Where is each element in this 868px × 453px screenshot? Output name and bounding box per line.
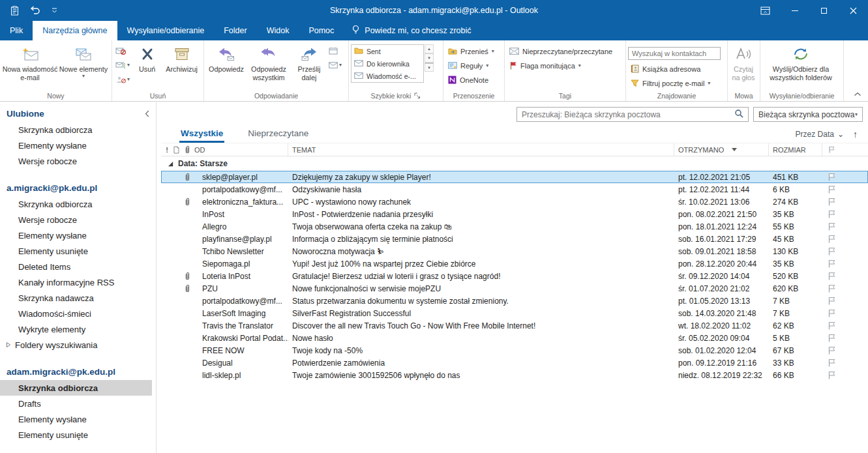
flag-icon[interactable] bbox=[822, 307, 841, 319]
more-respond-button[interactable]: ▾ bbox=[327, 59, 343, 72]
quick-steps-more-button[interactable]: ▾ bbox=[425, 63, 434, 72]
flag-icon[interactable] bbox=[822, 369, 841, 381]
group-header[interactable]: Data: Starsze bbox=[157, 156, 868, 171]
quick-steps-scroll-up-button[interactable]: ▴ bbox=[425, 44, 434, 53]
maximize-button[interactable] bbox=[809, 0, 839, 21]
folder-item[interactable]: Skrzynka odbiorcza bbox=[0, 196, 156, 212]
search-scope-dropdown[interactable]: Bieżąca skrzynka pocztowa ▾ bbox=[753, 107, 863, 122]
folder-item[interactable]: Drafts bbox=[0, 396, 156, 411]
mail-row[interactable]: portalpodatkowy@mf...Odzyskiwanie hasłap… bbox=[161, 183, 868, 196]
folder-item[interactable]: Kanały informacyjne RSS bbox=[0, 274, 156, 290]
mail-row[interactable]: playfinanse@play.plInformacja o zbliżają… bbox=[161, 233, 868, 245]
contacts-search-input[interactable]: Wyszukaj w kontaktach bbox=[628, 47, 721, 60]
search-input[interactable]: Przeszukaj: Bieżąca skrzynka pocztowa bbox=[516, 107, 749, 122]
dialog-launcher-icon[interactable] bbox=[414, 93, 421, 99]
flag-icon[interactable] bbox=[822, 270, 841, 282]
mail-row[interactable]: PZUNowe funkcjonalności w serwisie mojeP… bbox=[161, 282, 868, 295]
mail-row[interactable]: Tchibo NewsletterNoworoczna motywacja ⛷s… bbox=[161, 245, 868, 257]
new-items-button[interactable]: Nowe elementy ▾ bbox=[58, 42, 109, 90]
column-received[interactable]: OTRZYMANO bbox=[674, 143, 769, 156]
column-flag[interactable] bbox=[822, 143, 841, 156]
flag-icon[interactable] bbox=[822, 183, 841, 196]
folder-item[interactable]: Elementy wysłane bbox=[0, 411, 156, 427]
folder-item[interactable]: Skrzynka nadawcza bbox=[0, 290, 156, 306]
flag-icon[interactable] bbox=[822, 295, 841, 307]
move-button[interactable]: Przenieś▾ bbox=[445, 44, 497, 58]
folder-item[interactable]: Skrzynka odbiorcza bbox=[0, 380, 152, 396]
folder-section-header[interactable]: Ulubione bbox=[0, 106, 156, 122]
folder-section-header[interactable]: adam.migracki@pk.edu.pl bbox=[0, 364, 156, 380]
folder-item[interactable]: Elementy usunięte bbox=[0, 427, 156, 443]
filter-tab-unread[interactable]: Nieprzeczytane bbox=[247, 125, 310, 143]
column-size[interactable]: ROZMIAR bbox=[769, 143, 822, 156]
cleanup-button[interactable]: ▾ bbox=[114, 59, 131, 72]
column-importance[interactable]: ! bbox=[162, 143, 172, 156]
read-aloud-button[interactable]: Czytaj na głos bbox=[730, 42, 757, 90]
tab-file[interactable]: Plik bbox=[0, 21, 33, 40]
mail-row[interactable]: Travis the Translator Discover the all n… bbox=[161, 319, 868, 332]
flag-icon[interactable] bbox=[822, 357, 841, 369]
sort-by-dropdown[interactable]: Przez Data⌄ bbox=[796, 130, 844, 139]
quick-step-team-email[interactable]: Wiadomość e-... bbox=[352, 70, 423, 82]
search-icon[interactable] bbox=[734, 109, 743, 120]
mail-row[interactable]: InPostInPost - Potwierdzenie nadania prz… bbox=[161, 208, 868, 220]
mail-row[interactable]: Krakowski Portal Podat...Nowe hasłośr. 0… bbox=[161, 332, 868, 344]
new-email-button[interactable]: Nowa wiadomość e-mail bbox=[2, 42, 58, 90]
flag-icon[interactable] bbox=[822, 171, 841, 183]
mail-row[interactable]: AllegroTwoja obserwowana oferta czeka na… bbox=[161, 220, 868, 233]
filter-email-button[interactable]: Filtruj pocztę e-mail▾ bbox=[628, 76, 721, 90]
column-item-type-icon[interactable] bbox=[172, 143, 181, 156]
reply-all-button[interactable]: Odpowiedz wszystkim bbox=[247, 42, 291, 90]
tab-help[interactable]: Pomoc bbox=[299, 21, 344, 40]
delete-button[interactable]: Usuń bbox=[132, 42, 162, 90]
mail-row[interactable]: LaserSoft ImagingSilverFast Registration… bbox=[161, 307, 868, 319]
flag-icon[interactable] bbox=[822, 220, 841, 233]
column-subject[interactable]: TEMAT bbox=[288, 143, 674, 156]
folder-item[interactable]: Foldery wyszukiwania bbox=[0, 337, 156, 353]
flag-icon[interactable] bbox=[822, 257, 841, 270]
group-expanded-icon[interactable] bbox=[168, 161, 173, 167]
forward-button[interactable]: Prześlij dalej bbox=[291, 42, 327, 90]
reply-button[interactable]: Odpowiedz bbox=[206, 42, 247, 90]
mail-row[interactable]: lidl-sklep.plTwoje zamówienie 3001592506… bbox=[161, 369, 868, 381]
filter-tab-all[interactable]: Wszystkie bbox=[179, 125, 224, 143]
tell-me-search[interactable]: Powiedz mi, co chcesz zrobić bbox=[344, 21, 479, 40]
mail-row[interactable]: FREE NOWTwoje kody na -50%sob. 01.02.202… bbox=[161, 344, 868, 357]
ignore-button[interactable] bbox=[114, 44, 131, 57]
collapse-ribbon-button[interactable] bbox=[854, 89, 861, 98]
folder-item[interactable]: Wykryte elementy bbox=[0, 321, 156, 337]
meeting-button[interactable] bbox=[327, 44, 343, 57]
folder-item[interactable]: Skrzynka odbiorcza bbox=[0, 122, 156, 138]
minimize-button[interactable] bbox=[780, 0, 809, 21]
tab-folder[interactable]: Folder bbox=[214, 21, 256, 40]
send-receive-all-button[interactable]: Wyślij/Odbierz dla wszystkich folderów bbox=[762, 42, 839, 90]
mail-row[interactable]: Loteria InPostGratulacje! Bierzesz udzia… bbox=[161, 270, 868, 282]
mail-row[interactable]: DesigualPotwierdzenie zamówieniapon. 09.… bbox=[161, 357, 868, 369]
folder-item[interactable]: Wersje robocze bbox=[0, 212, 156, 227]
tab-home[interactable]: Narzędzia główne bbox=[33, 21, 117, 40]
folder-item[interactable]: Elementy usunięte bbox=[0, 243, 156, 259]
clipboard-icon[interactable] bbox=[10, 6, 19, 16]
mail-row[interactable]: elektroniczna_faktura...UPC - wystawiono… bbox=[161, 196, 868, 208]
flag-icon[interactable] bbox=[822, 282, 841, 295]
expand-folder-icon[interactable] bbox=[6, 342, 11, 348]
folder-item[interactable]: Wiadomości-śmieci bbox=[0, 306, 156, 321]
collapse-folder-pane-icon[interactable] bbox=[145, 110, 149, 117]
mail-row[interactable]: Siepomaga.plYupi! Jest już 100% na wspar… bbox=[161, 257, 868, 270]
folder-item[interactable]: Elementy wysłane bbox=[0, 227, 156, 243]
follow-up-flag-button[interactable]: Flaga monitująca▾ bbox=[507, 59, 615, 72]
address-book-button[interactable]: Książka adresowa bbox=[628, 62, 721, 76]
undo-icon[interactable] bbox=[30, 6, 40, 15]
close-button[interactable] bbox=[839, 0, 868, 21]
tab-view[interactable]: Widok bbox=[257, 21, 299, 40]
tab-send-receive[interactable]: Wysyłanie/odbieranie bbox=[117, 21, 215, 40]
unread-read-button[interactable]: Nieprzeczytane/przeczytane bbox=[507, 44, 615, 58]
quick-step-sent[interactable]: Sent bbox=[352, 45, 423, 57]
quick-steps-scroll-down-button[interactable]: ▾ bbox=[425, 53, 434, 63]
column-from[interactable]: OD bbox=[193, 143, 288, 156]
column-attachment-icon[interactable] bbox=[181, 143, 193, 156]
sort-direction-button[interactable]: ↑ bbox=[853, 129, 858, 139]
customize-quick-access-icon[interactable] bbox=[52, 8, 57, 14]
quick-step-to-manager[interactable]: Do kierownika bbox=[352, 57, 423, 70]
mail-row[interactable]: sklep@player.plDziękujemy za zakupy w sk… bbox=[161, 171, 868, 183]
